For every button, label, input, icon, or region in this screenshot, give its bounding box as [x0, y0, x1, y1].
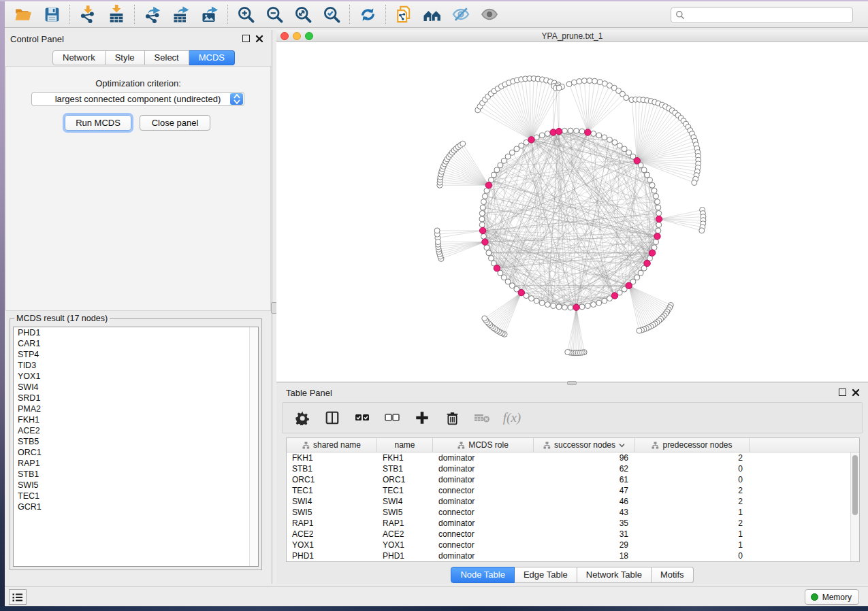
ring-node[interactable]: [602, 135, 607, 140]
ring-node[interactable]: [579, 304, 585, 310]
search-field[interactable]: [671, 7, 853, 23]
ring-node[interactable]: [654, 193, 659, 199]
table-row[interactable]: YOX1YOX1connector291: [287, 540, 859, 550]
column-header-MCDS-role[interactable]: MCDS role: [433, 438, 534, 452]
mcds-result-item[interactable]: TID3: [14, 360, 258, 371]
ring-node[interactable]: [498, 163, 503, 168]
float-panel-icon[interactable]: [242, 35, 250, 42]
mcds-result-item[interactable]: PHD1: [14, 327, 258, 338]
ring-node[interactable]: [509, 283, 515, 288]
close-panel-icon[interactable]: [255, 35, 263, 43]
mcds-result-item[interactable]: PMA2: [14, 403, 258, 414]
ring-node[interactable]: [568, 128, 573, 133]
mcds-hub-node[interactable]: [644, 260, 650, 266]
mcds-hub-node[interactable]: [494, 265, 500, 271]
mcds-hub-node[interactable]: [482, 239, 488, 245]
mcds-hub-node[interactable]: [585, 129, 591, 135]
tab-network[interactable]: Network: [52, 50, 106, 65]
first-neighbors-button[interactable]: [418, 3, 447, 26]
mcds-result-item[interactable]: YOX1: [14, 371, 258, 382]
mcds-result-item[interactable]: SWI5: [14, 480, 258, 491]
mcds-hub-node[interactable]: [654, 233, 660, 240]
close-panel-button[interactable]: Close panel: [140, 115, 210, 131]
ring-node[interactable]: [551, 303, 556, 309]
mcds-hub-node[interactable]: [634, 158, 640, 164]
ring-node[interactable]: [529, 296, 534, 301]
export-table-button[interactable]: [167, 3, 195, 26]
leaf-node[interactable]: [435, 240, 440, 245]
leaf-node[interactable]: [581, 78, 587, 84]
ring-node[interactable]: [596, 300, 602, 306]
ring-node[interactable]: [519, 143, 524, 148]
mcds-hub-node[interactable]: [626, 282, 632, 288]
tab-motifs[interactable]: Motifs: [652, 567, 694, 583]
ring-node[interactable]: [655, 199, 660, 205]
ring-node[interactable]: [505, 154, 511, 159]
ring-node[interactable]: [501, 158, 507, 163]
ring-node[interactable]: [509, 150, 515, 155]
deselect-all-button[interactable]: [382, 407, 402, 429]
ring-node[interactable]: [491, 172, 496, 178]
ring-node[interactable]: [486, 250, 492, 256]
mcds-hub-node[interactable]: [611, 293, 617, 299]
show-log-button[interactable]: [9, 589, 27, 605]
ring-node[interactable]: [656, 210, 662, 216]
optimization-criterion-select[interactable]: largest connected component (undirected): [31, 92, 244, 106]
ring-node[interactable]: [494, 167, 500, 173]
save-session-button[interactable]: [37, 3, 66, 26]
leaf-node[interactable]: [699, 228, 705, 233]
ring-node[interactable]: [649, 182, 655, 188]
refresh-view-button[interactable]: [353, 3, 382, 26]
ring-node[interactable]: [622, 146, 627, 152]
network-window-titlebar[interactable]: YPA_prune.txt_1: [276, 30, 868, 42]
delete-column-button[interactable]: [442, 407, 462, 429]
ring-node[interactable]: [481, 199, 486, 205]
mcds-result-item[interactable]: RAP1: [14, 458, 258, 469]
ring-node[interactable]: [482, 193, 487, 199]
ring-node[interactable]: [656, 228, 661, 233]
export-image-button[interactable]: [195, 3, 224, 26]
mcds-result-item[interactable]: SWI4: [14, 382, 258, 393]
table-row[interactable]: TEC1TEC1connector472: [287, 485, 859, 496]
column-header-name[interactable]: name: [377, 438, 433, 452]
run-mcds-button[interactable]: Run MCDS: [65, 115, 131, 131]
network-canvas[interactable]: [276, 42, 868, 381]
tab-style[interactable]: Style: [106, 50, 145, 65]
table-scrollbar-thumb[interactable]: [852, 455, 858, 515]
mcds-result-item[interactable]: TEC1: [14, 491, 258, 501]
ring-node[interactable]: [534, 298, 539, 303]
table-row[interactable]: ORC1ORC1dominator610: [287, 474, 859, 485]
ring-node[interactable]: [591, 131, 596, 136]
search-input[interactable]: [685, 10, 848, 20]
ring-node[interactable]: [545, 131, 550, 136]
ring-node[interactable]: [647, 178, 653, 183]
zoom-out-button[interactable]: [260, 3, 289, 26]
mcds-hub-node[interactable]: [556, 128, 562, 134]
ring-node[interactable]: [488, 255, 494, 261]
zoom-in-button[interactable]: [231, 3, 260, 26]
mcds-result-item[interactable]: STP4: [14, 349, 258, 360]
ring-node[interactable]: [596, 133, 602, 138]
column-header-predecessor-nodes[interactable]: predecessor nodes: [635, 438, 750, 452]
mcds-result-item[interactable]: FKH1: [14, 414, 258, 425]
zoom-selected-button[interactable]: [317, 3, 346, 26]
ring-node[interactable]: [652, 188, 657, 193]
ring-node[interactable]: [634, 275, 640, 280]
ring-node[interactable]: [505, 279, 511, 284]
ring-node[interactable]: [556, 304, 562, 310]
ring-node[interactable]: [481, 233, 486, 239]
duplicate-network-button[interactable]: [389, 3, 418, 26]
ring-node[interactable]: [638, 270, 643, 276]
ring-node[interactable]: [562, 128, 567, 133]
close-panel-icon[interactable]: [852, 389, 860, 397]
memory-button[interactable]: Memory: [805, 589, 859, 605]
leaf-node[interactable]: [482, 316, 487, 321]
table-scrollbar[interactable]: [850, 452, 859, 561]
tab-network-table[interactable]: Network Table: [577, 567, 652, 583]
leaf-node[interactable]: [592, 78, 598, 84]
ring-node[interactable]: [479, 216, 485, 222]
mcds-result-item[interactable]: STB5: [14, 436, 258, 447]
column-layout-button[interactable]: [322, 407, 342, 429]
ring-node[interactable]: [479, 222, 485, 228]
leaf-node[interactable]: [597, 80, 602, 85]
